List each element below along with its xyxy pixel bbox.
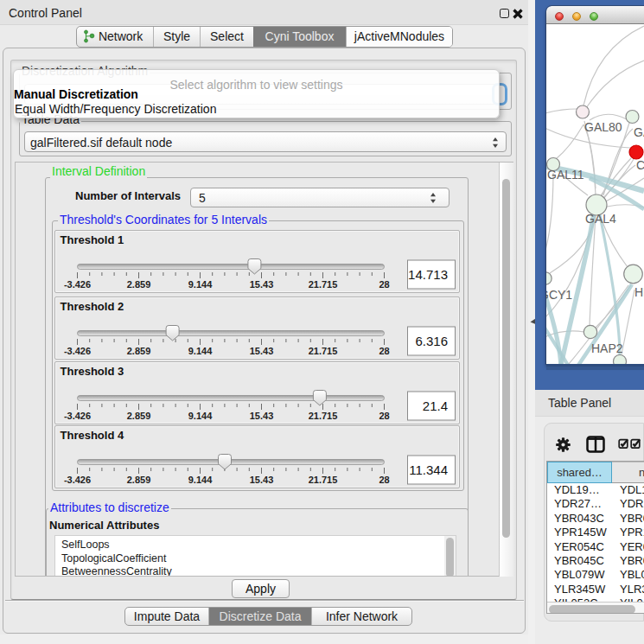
svg-text:15.43: 15.43 [249, 346, 273, 356]
svg-text:11.344: 11.344 [409, 462, 448, 477]
svg-text:28: 28 [379, 279, 389, 290]
svg-text:15.43: 15.43 [249, 411, 273, 421]
svg-text:GAL11: GAL11 [547, 168, 584, 182]
svg-text:C: C [636, 158, 644, 172]
svg-text:2.859: 2.859 [126, 346, 150, 356]
svg-text:-3.426: -3.426 [63, 346, 90, 356]
svg-text:9.144: 9.144 [188, 411, 212, 421]
svg-text:21.715: 21.715 [308, 346, 337, 356]
svg-text:15.43: 15.43 [249, 475, 273, 485]
svg-text:GA: GA [634, 125, 644, 139]
svg-text:28: 28 [379, 475, 389, 485]
svg-text:-3.426: -3.426 [63, 475, 90, 485]
svg-text:GAL4: GAL4 [585, 212, 616, 226]
svg-text:14.713: 14.713 [408, 267, 448, 282]
svg-text:HI: HI [634, 285, 644, 299]
svg-text:2.859: 2.859 [126, 475, 150, 485]
svg-text:21.715: 21.715 [308, 279, 337, 290]
svg-text:15.43: 15.43 [249, 279, 273, 290]
svg-text:GCY1: GCY1 [546, 288, 572, 302]
svg-text:21.715: 21.715 [308, 475, 337, 485]
svg-text:2.859: 2.859 [126, 411, 150, 421]
svg-text:9.144: 9.144 [188, 346, 212, 356]
svg-text:9.144: 9.144 [188, 279, 212, 290]
svg-text:GAL80: GAL80 [584, 120, 622, 134]
svg-text:HAP2: HAP2 [591, 341, 623, 355]
svg-text:-3.426: -3.426 [63, 279, 90, 290]
svg-text:2.859: 2.859 [126, 279, 150, 290]
svg-text:28: 28 [379, 346, 389, 356]
svg-text:9.144: 9.144 [188, 475, 212, 485]
svg-text:-3.426: -3.426 [63, 411, 90, 421]
svg-text:6.316: 6.316 [415, 334, 448, 348]
svg-text:28: 28 [379, 411, 389, 421]
svg-text:21.715: 21.715 [308, 411, 337, 421]
svg-text:21.4: 21.4 [422, 399, 447, 413]
